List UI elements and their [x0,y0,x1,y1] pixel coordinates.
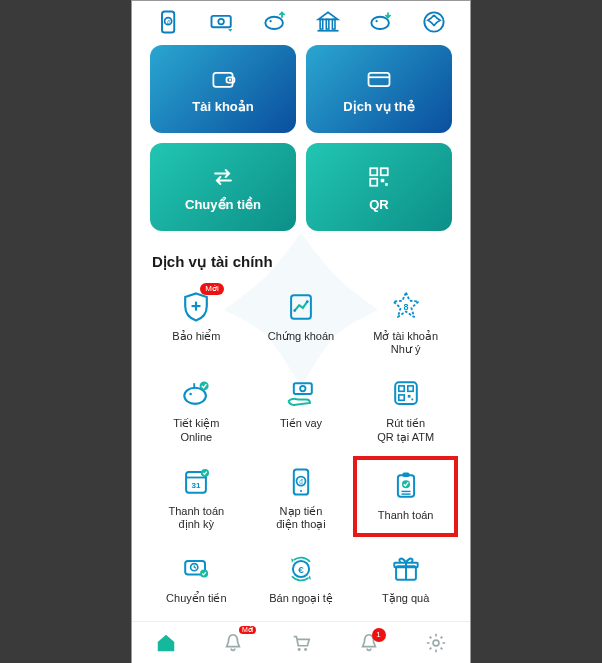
svc-label: Nạp tiền điện thoại [276,505,325,531]
svc-label: Thanh toán [378,509,434,522]
account-tile[interactable]: Tài khoản [150,45,296,133]
svc-label: Thanh toán định kỳ [169,505,225,531]
svc-label: Chuyển tiền [166,592,226,605]
euro-cycle-icon: € [281,549,321,589]
tile-label: QR [369,197,389,212]
svg-point-64 [433,640,439,646]
transfer-icon [209,163,237,191]
tile-label: Chuyển tiền [185,197,261,212]
top-shortcut-row: đ [132,1,470,45]
svc-loan[interactable]: Tiền vay [249,368,354,449]
hand-cash-icon [281,374,321,414]
svg-text:đ: đ [166,19,169,25]
svg-rect-23 [385,183,388,186]
card-services-tile[interactable]: Dịch vụ thẻ [306,45,452,133]
svc-label: Tiền vay [280,417,322,430]
wallet-icon [209,65,237,93]
svc-label: Chứng khoán [268,330,334,343]
chart-icon [281,287,321,327]
home-icon [155,632,177,654]
qr-icon [365,163,393,191]
gift-icon [386,549,426,589]
svg-rect-8 [326,19,329,29]
svg-point-31 [190,393,193,396]
svc-open-account[interactable]: 8 Mở tài khoản Như ý [353,281,458,362]
nav-notifications[interactable]: Mới [220,630,246,656]
svg-point-27 [293,309,296,312]
card-icon [365,65,393,93]
svg-rect-36 [398,386,403,391]
svc-recurring-payment[interactable]: 31 Thanh toán định kỳ [144,456,249,537]
savings-deposit-icon[interactable] [260,7,290,37]
bank-building-icon[interactable] [313,7,343,37]
svg-point-5 [265,17,283,29]
svg-text:€: € [298,564,304,575]
svc-payment[interactable]: Thanh toán [353,456,458,537]
svg-point-6 [269,20,271,22]
svc-label: Rút tiền QR tại ATM [377,417,434,443]
svc-scheduled-transfer[interactable]: Chuyển tiền [144,543,249,613]
svc-label: Bảo hiểm [172,330,220,343]
section-title: Dịch vụ tài chính [132,241,470,277]
savings-withdraw-icon[interactable] [366,7,396,37]
svc-label: Tặng quà [382,592,429,605]
nav-cart[interactable] [288,630,314,656]
svg-rect-38 [398,395,403,400]
svc-mobile-topup[interactable]: đ Nạp tiền điện thoại [249,456,354,537]
tile-label: Dịch vụ thẻ [343,99,414,114]
cash-transfer-icon[interactable] [207,7,237,37]
cart-icon [290,632,312,654]
svg-rect-17 [369,72,390,85]
rewards-icon[interactable] [419,7,449,37]
svg-rect-21 [370,178,377,185]
svg-rect-50 [402,472,409,477]
nav-alerts[interactable]: 1 [356,630,382,656]
piggy-check-icon [176,374,216,414]
svg-point-48 [300,490,302,492]
transfer-tile[interactable]: Chuyển tiền [150,143,296,231]
svg-point-28 [306,300,309,303]
svg-text:đ: đ [299,478,303,485]
svg-rect-40 [411,399,413,401]
svc-sell-fx[interactable]: € Bán ngoại tệ [249,543,354,613]
scroll-content[interactable]: đ Tài khoản [132,1,470,621]
gear-icon [425,632,447,654]
svg-point-4 [218,19,224,25]
svg-rect-33 [294,384,312,395]
svg-rect-3 [211,16,230,27]
nav-home[interactable] [153,630,179,656]
svg-point-12 [375,20,377,22]
new-badge: Mới [239,626,256,634]
invoice-check-icon [386,466,426,506]
svg-rect-7 [320,19,323,29]
svc-label: Mở tài khoản Như ý [373,330,438,356]
star-8-icon: 8 [386,287,426,327]
svg-rect-39 [407,395,410,398]
svg-text:8: 8 [403,302,408,312]
services-grid: Mới Bảo hiểm Chứng khoán 8 Mở tài khoản … [132,277,470,621]
bell-icon [222,632,244,654]
bottom-nav: Mới 1 [132,621,470,663]
clock-card-icon [176,549,216,589]
svc-savings-online[interactable]: Tiết kiệm Online [144,368,249,449]
svg-point-11 [371,17,389,29]
svc-label: Bán ngoại tệ [269,592,333,605]
phone-d-icon: đ [281,462,321,502]
svg-rect-19 [370,168,377,175]
svg-rect-20 [381,168,388,175]
svg-rect-22 [381,178,385,182]
new-badge: Mới [200,283,223,295]
tile-label: Tài khoản [192,99,253,114]
svc-label: Tiết kiệm Online [173,417,219,443]
qr-tile[interactable]: QR [306,143,452,231]
nav-settings[interactable] [423,630,449,656]
alert-count-badge: 1 [372,628,386,642]
svc-securities[interactable]: Chứng khoán [249,281,354,362]
svc-qr-atm[interactable]: Rút tiền QR tại ATM [353,368,458,449]
svg-text:31: 31 [192,481,201,490]
svg-point-62 [298,647,301,650]
svg-point-63 [304,647,307,650]
svc-gift[interactable]: Tặng quà [353,543,458,613]
mobile-topup-icon[interactable]: đ [154,7,184,37]
svc-insurance[interactable]: Mới Bảo hiểm [144,281,249,362]
